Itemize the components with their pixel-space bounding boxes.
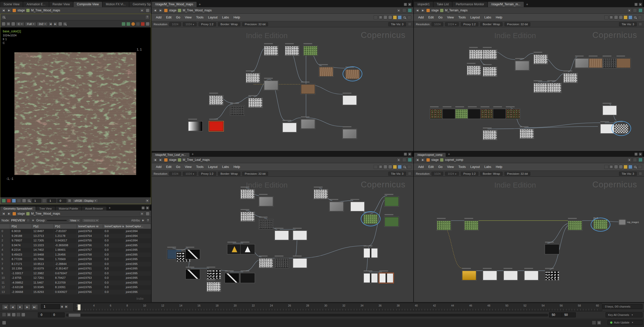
stop-button[interactable]	[17, 304, 23, 310]
graph-node[interactable]	[575, 55, 589, 68]
info-more-icon[interactable]	[639, 172, 642, 175]
exposure-icon[interactable]	[42, 199, 46, 203]
resolution-x-field[interactable]: 1024	[432, 172, 443, 176]
graph-node[interactable]	[534, 79, 548, 93]
info-more-icon[interactable]	[408, 22, 411, 26]
attrib-expand-icon[interactable]	[141, 219, 145, 222]
proxy-field[interactable]: Proxy 1:2	[461, 172, 478, 176]
graph-node[interactable]	[259, 255, 273, 268]
image-mode-icon[interactable]	[2, 22, 6, 26]
node-path-label[interactable]: M_Tree_Wood_maps	[31, 212, 60, 215]
pane-tab[interactable]: /stage/M_Terrain_m...	[488, 2, 524, 7]
resolution-y-field[interactable]: 1024	[445, 172, 459, 176]
graph-node[interactable]	[483, 46, 497, 59]
pin-icon[interactable]	[633, 158, 637, 162]
snapshot-a-icon[interactable]	[122, 22, 126, 26]
path-dropdown-icon[interactable]	[140, 212, 144, 216]
menu-item[interactable]: Go	[174, 165, 183, 169]
table-row[interactable]: 13-2.0666815.82930.930927joint197660.0jo…	[0, 290, 151, 295]
resolution-x-field[interactable]: 1024	[169, 172, 181, 176]
resolution-y-field[interactable]: 1024	[183, 172, 197, 176]
graph-node[interactable]	[364, 269, 378, 283]
reference-icon[interactable]	[398, 15, 402, 19]
graph-node[interactable]	[285, 42, 299, 56]
nav-back-button[interactable]	[415, 8, 419, 12]
pane-split-icon[interactable]	[639, 3, 642, 6]
network-graph-leaf[interactable]: Indie Edition Copernicus	[152, 177, 413, 302]
menu-item[interactable]: Help	[493, 165, 505, 169]
graph-node[interactable]	[493, 105, 507, 119]
graph-node[interactable]	[462, 267, 476, 280]
view-select[interactable]: View	[68, 218, 81, 222]
path-dropdown-icon[interactable]	[397, 158, 401, 162]
pane-menu-icon[interactable]	[141, 206, 145, 210]
pane-menu-icon[interactable]	[634, 3, 638, 6]
camera-icon[interactable]	[638, 165, 642, 169]
graph-node[interactable]	[293, 255, 307, 268]
graph-node[interactable]	[483, 127, 497, 140]
find-node-icon[interactable]	[633, 165, 637, 169]
column-header[interactable]: boneCapture w	[103, 224, 124, 229]
pane-tab[interactable]: Material Palette	[56, 207, 81, 211]
spreadsheet-table[interactable]: 06.901912.8497-7.81037joint197530.0joint…	[0, 229, 151, 302]
graph-node[interactable]	[468, 105, 482, 119]
list-view-icon[interactable]	[609, 15, 613, 19]
graph-node[interactable]	[385, 193, 399, 206]
pane-tab[interactable]: /stage/M_Tree_Leaf_m...	[152, 153, 189, 157]
colorspace-select[interactable]: sRGB - Display	[73, 199, 98, 203]
new-pane-tab-button[interactable]: +	[524, 2, 530, 7]
column-header[interactable]: P[y]	[32, 224, 54, 229]
graph-node[interactable]	[524, 267, 538, 280]
graph-node[interactable]	[603, 102, 617, 115]
pane-tab[interactable]: Geometry Spreadsheet	[0, 207, 36, 211]
node-field-value[interactable]: PREVIEW	[11, 219, 25, 222]
proxy-field[interactable]: Proxy 1:2	[199, 172, 216, 176]
menu-item[interactable]: Add	[154, 16, 164, 19]
graph-node[interactable]	[241, 186, 255, 199]
camera-icon[interactable]	[638, 15, 642, 19]
path-dropdown-icon[interactable]	[140, 8, 144, 12]
node-path-label[interactable]: copnet_comp	[445, 158, 463, 162]
pane-split-icon[interactable]	[146, 206, 149, 210]
red-plane-icon[interactable]	[2, 199, 6, 203]
grid-view-icon[interactable]	[614, 15, 618, 19]
menu-item[interactable]: Tools	[456, 16, 468, 19]
graph-node[interactable]	[364, 244, 378, 258]
playback-range-slider[interactable]	[66, 314, 548, 316]
graph-node[interactable]	[616, 55, 631, 68]
graph-node[interactable]	[534, 51, 548, 64]
column-header[interactable]: P[x]	[10, 224, 32, 229]
alpha-plane-icon[interactable]	[17, 199, 21, 203]
menu-item[interactable]: Labs	[482, 16, 493, 19]
network-graph-copnet[interactable]: Indie Edition Copernicus OUTrop_image1	[414, 177, 644, 302]
graph-node[interactable]: OUT	[593, 217, 608, 229]
context-label[interactable]: stage	[169, 158, 176, 162]
graph-node[interactable]	[520, 125, 534, 139]
link-icon[interactable]	[408, 8, 412, 12]
pane-split-icon[interactable]	[408, 153, 411, 156]
pixel-inspect-icon[interactable]	[27, 199, 31, 203]
pane-layout-icon[interactable]	[146, 212, 150, 216]
row-divider[interactable]	[152, 151, 644, 152]
inspect-icon[interactable]	[58, 22, 62, 26]
border-field[interactable]: Border: Wrap	[218, 22, 240, 26]
stop-render-icon[interactable]	[141, 22, 145, 26]
layout-icon[interactable]	[388, 165, 392, 169]
new-pane-tab-button[interactable]: +	[190, 152, 196, 157]
graph-node[interactable]	[545, 241, 559, 254]
graph-node[interactable]	[259, 193, 273, 206]
graph-node[interactable]: rop_image1	[619, 219, 641, 225]
node-path-label[interactable]: M_Tree_Wood_maps	[31, 9, 60, 12]
range-end-field[interactable]: 50	[549, 312, 563, 317]
node-path-label[interactable]: M_Terrain_maps	[445, 9, 467, 12]
find-node-icon[interactable]	[402, 15, 407, 19]
graph-node[interactable]	[483, 267, 497, 280]
info-more-icon[interactable]	[408, 172, 411, 175]
auto-key-icon[interactable]	[2, 313, 6, 317]
intrinsics-select[interactable]: Intrinsics	[82, 218, 100, 222]
table-row[interactable]: 78.1717110.9513-2.28844joint197600.0join…	[0, 262, 151, 267]
table-row[interactable]: 10-2.875512.72618.79427joint197630.0join…	[0, 276, 151, 281]
table-row[interactable]: 39.947413.1023-0.365008joint197560.0join…	[0, 243, 151, 248]
graph-node[interactable]	[481, 105, 495, 119]
precision-field[interactable]: Precision: 32-bit	[505, 22, 530, 26]
